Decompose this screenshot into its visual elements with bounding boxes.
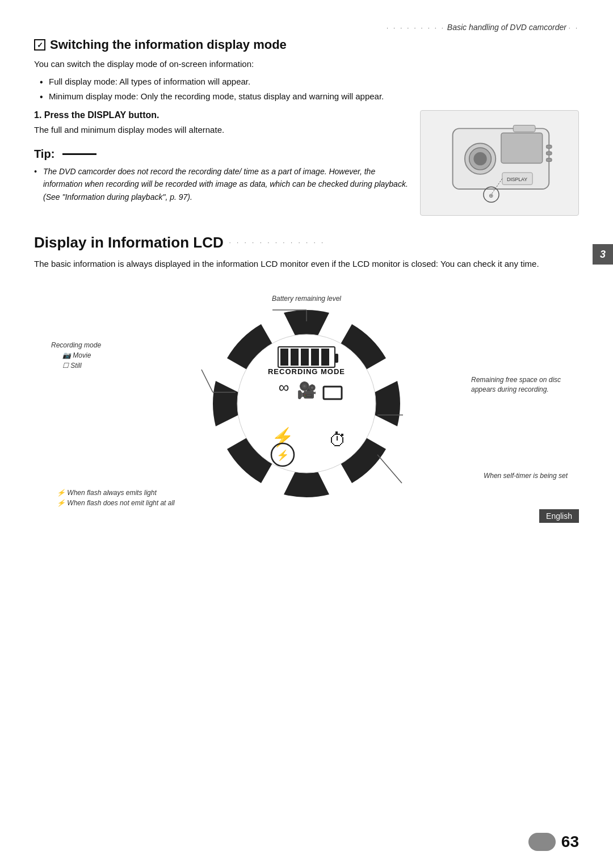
label-remaining: Remaining free space on disc appears dur… [471, 375, 568, 395]
checkbox-icon: ✓ [34, 39, 45, 51]
header-dots: · · · · · · · · · [387, 24, 445, 31]
header-title: Basic handling of DVD camcorder [447, 23, 566, 32]
lcd-diagram-container: Battery remaining level Recording mode 📷… [34, 284, 579, 523]
section-lcd: Display in Information LCD · · · · · · ·… [34, 234, 579, 523]
tip-title: Tip: [34, 148, 409, 161]
label-self-timer: When self-timer is being set [484, 472, 568, 480]
svg-rect-8 [513, 125, 535, 132]
tip-line-decoration [62, 153, 96, 155]
page-container: · · · · · · · · · Basic handling of DVD … [0, 0, 613, 868]
lcd-title: Display in Information LCD · · · · · · ·… [34, 234, 579, 251]
svg-line-33 [201, 370, 213, 392]
bullet-minimum: Minimum display mode: Only the recording… [40, 90, 579, 103]
svg-text:∞: ∞ [279, 379, 289, 396]
bullet-full: Full display mode: All types of informat… [40, 76, 579, 89]
section-switching-title: ✓ Switching the information display mode [34, 37, 579, 52]
switching-intro: You can switch the display mode of on-sc… [34, 58, 579, 71]
camera-svg: DISPLAY ⊕ [434, 118, 565, 208]
header-area: · · · · · · · · · Basic handling of DVD … [34, 23, 579, 32]
svg-rect-6 [546, 152, 552, 155]
tip-area: Tip: The DVD camcorder does not record t… [34, 148, 409, 203]
svg-point-3 [473, 152, 486, 165]
svg-text:🎥: 🎥 [297, 381, 317, 400]
english-badge: English [539, 509, 579, 523]
page-footer: 63 [528, 833, 579, 851]
svg-text:⏱: ⏱ [329, 430, 347, 450]
svg-text:RECORDING MODE: RECORDING MODE [268, 367, 345, 376]
svg-line-35 [377, 455, 402, 483]
page-number-decoration [528, 833, 556, 851]
lcd-svg-wrapper: RECORDING MODE ∞ 🎥 ⚡ ⚡ ⏱ [193, 301, 420, 508]
svg-rect-21 [335, 354, 338, 363]
label-movie: 📷 Movie [62, 351, 91, 359]
svg-text:DISPLAY: DISPLAY [507, 176, 527, 182]
svg-rect-7 [546, 158, 552, 161]
svg-rect-5 [546, 145, 552, 148]
label-flash-never: ⚡ When flash does not emit light at all [57, 499, 175, 507]
press-display-area: 1. Press the DISPLAY button. The full an… [34, 110, 579, 221]
svg-rect-18 [301, 349, 309, 366]
page-number: 63 [561, 833, 579, 851]
lcd-body-text: The basic information is always displaye… [34, 257, 579, 271]
chapter-badge: 3 [593, 244, 613, 265]
tip-content: The DVD camcorder does not record the re… [34, 165, 409, 203]
svg-rect-16 [280, 349, 288, 366]
label-flash-always: ⚡ When flash always emits light [57, 489, 157, 497]
svg-rect-17 [291, 349, 299, 366]
press-display-text: 1. Press the DISPLAY button. The full an… [34, 110, 409, 221]
label-still: ☐ Still [62, 362, 82, 370]
svg-text:⚡: ⚡ [276, 449, 289, 462]
lcd-circle-svg: RECORDING MODE ∞ 🎥 ⚡ ⚡ ⏱ [193, 301, 420, 506]
step1-description: The full and minimum display modes will … [34, 124, 409, 137]
svg-text:⚡: ⚡ [271, 426, 294, 448]
camera-diagram: DISPLAY ⊕ [420, 110, 579, 216]
header-dots-right: · · [569, 24, 579, 31]
svg-rect-19 [311, 349, 319, 366]
section-switching: ✓ Switching the information display mode… [34, 37, 579, 220]
step1-label: 1. Press the DISPLAY button. [34, 110, 409, 120]
svg-text:⊕: ⊕ [489, 192, 493, 198]
switching-bullets: Full display mode: All types of informat… [34, 76, 579, 103]
svg-rect-20 [321, 349, 329, 366]
lcd-dots: · · · · · · · · · · · · · [229, 240, 325, 246]
svg-rect-4 [501, 133, 543, 163]
label-recording-mode: Recording mode [51, 341, 101, 349]
